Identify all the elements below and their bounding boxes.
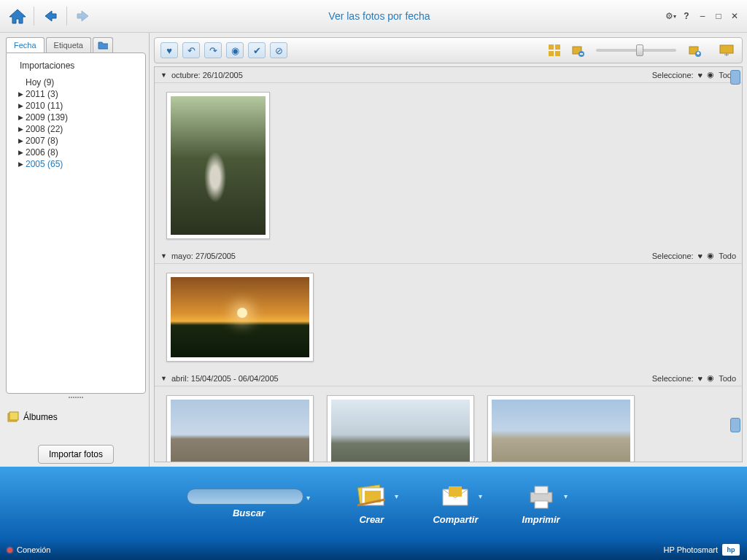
reject-button[interactable]: ⊘ xyxy=(270,42,287,58)
redo-icon: ↷ xyxy=(209,45,217,56)
action-bar: ▾ Buscar Crear ▾ Compartir ▾ Imprimir ▾ xyxy=(0,467,747,540)
tag-small-icon[interactable]: ◉ xyxy=(707,373,714,383)
tree-item-label: 2007 (8) xyxy=(26,136,58,146)
collapse-icon[interactable]: ▼ xyxy=(160,375,167,382)
question-icon: ? xyxy=(684,11,689,21)
sidebar-tabs: Fecha Etiqueta xyxy=(6,37,146,52)
zoom-out-button[interactable] xyxy=(568,42,587,58)
tab-fecha[interactable]: Fecha xyxy=(6,37,44,52)
albums-row[interactable]: Álbumes xyxy=(6,407,146,427)
svg-rect-5 xyxy=(555,51,560,56)
photo-thumbnail[interactable] xyxy=(166,92,270,239)
tree-item[interactable]: ▶2005 (65) xyxy=(12,158,139,170)
print-label: Imprimir xyxy=(522,514,560,525)
expand-arrow-icon: ▶ xyxy=(18,160,26,168)
printer-icon xyxy=(524,482,559,511)
separator xyxy=(66,7,67,26)
home-button[interactable] xyxy=(6,4,29,28)
heart-icon[interactable]: ♥ xyxy=(698,252,703,260)
forward-button[interactable] xyxy=(71,4,95,28)
tree-item[interactable]: ▶2010 (11) xyxy=(12,100,139,112)
tag-small-icon[interactable]: ◉ xyxy=(707,251,714,260)
chevron-down-icon[interactable]: ▾ xyxy=(479,492,482,500)
tree-item-label: 2010 (11) xyxy=(26,101,63,111)
maximize-button[interactable]: □ xyxy=(712,9,725,23)
tag-small-icon[interactable]: ◉ xyxy=(707,70,714,79)
create-icon xyxy=(354,482,389,511)
chevron-down-icon[interactable]: ▾ xyxy=(306,494,310,502)
tree-header: Importaciones xyxy=(12,61,139,71)
tree-item-label: Hoy (9) xyxy=(26,77,54,88)
photo-thumbnail[interactable] xyxy=(327,395,474,462)
group-header: ▼ mayo: 27/05/2005 Seleccione: ♥ ◉ Todo xyxy=(155,248,742,264)
heart-icon[interactable]: ♥ xyxy=(698,374,703,383)
collapse-icon[interactable]: ▼ xyxy=(160,71,167,79)
zoom-in-button[interactable] xyxy=(685,42,704,58)
photo-image xyxy=(171,96,266,235)
maximize-icon: □ xyxy=(716,11,721,21)
thumbnail-row xyxy=(155,83,742,248)
hp-logo-icon: hp xyxy=(722,544,740,556)
tree-item[interactable]: ▶2008 (22) xyxy=(12,123,139,135)
group-header: ▼ octubre: 26/10/2005 Seleccione: ♥ ◉ To… xyxy=(155,67,742,83)
chevron-down-icon[interactable]: ▾ xyxy=(564,492,568,500)
tree-item[interactable]: ▶2009 (139) xyxy=(12,112,139,123)
import-photos-button[interactable]: Importar fotos xyxy=(38,445,114,464)
favorite-button[interactable]: ♥ xyxy=(160,42,178,58)
heart-icon: ♥ xyxy=(166,45,172,56)
thumbnail-row xyxy=(155,264,742,370)
print-button[interactable]: Imprimir ▾ xyxy=(522,482,560,525)
photo-thumbnail[interactable] xyxy=(487,395,635,462)
expand-arrow-icon: ▶ xyxy=(18,102,26,109)
photo-thumbnail[interactable] xyxy=(166,273,314,362)
close-button[interactable]: ✕ xyxy=(728,9,741,23)
slideshow-button[interactable] xyxy=(717,42,736,58)
select-label: Seleccione: xyxy=(652,71,694,79)
expand-arrow-icon: ▶ xyxy=(18,149,26,156)
window-controls: ⚙▾ ? – □ ✕ xyxy=(664,9,741,23)
minimize-button[interactable]: – xyxy=(696,9,709,23)
heart-icon[interactable]: ♥ xyxy=(698,71,703,79)
nav-buttons xyxy=(6,4,95,28)
settings-button[interactable]: ⚙▾ xyxy=(664,9,677,23)
share-button[interactable]: Compartir ▾ xyxy=(433,482,478,525)
expand-arrow-icon: ▶ xyxy=(18,114,26,121)
tree-item[interactable]: Hoy (9) xyxy=(12,77,139,88)
slider-thumb[interactable] xyxy=(636,44,643,56)
svg-rect-15 xyxy=(449,486,462,497)
tree-item[interactable]: ▶2006 (8) xyxy=(12,147,139,158)
scroll-track[interactable] xyxy=(730,67,740,462)
resize-handle[interactable] xyxy=(35,397,117,401)
rotate-right-button[interactable]: ↷ xyxy=(204,42,222,58)
tree-item[interactable]: ▶2011 (3) xyxy=(12,88,139,100)
back-button[interactable] xyxy=(39,4,62,28)
scroll-marker[interactable] xyxy=(730,70,740,85)
share-label: Compartir xyxy=(433,514,478,525)
collapse-icon[interactable]: ▼ xyxy=(160,252,167,260)
status-bar: Conexión HP Photosmart hp xyxy=(0,540,747,560)
chevron-down-icon[interactable]: ▾ xyxy=(395,492,398,500)
tab-folder[interactable] xyxy=(93,37,113,52)
zoom-slider[interactable] xyxy=(596,49,676,52)
tree-item[interactable]: ▶2007 (8) xyxy=(12,135,139,147)
svg-rect-11 xyxy=(720,45,733,53)
scroll-marker[interactable] xyxy=(730,418,740,432)
folder-icon xyxy=(98,41,108,50)
zoom-in-icon xyxy=(688,44,701,57)
rotate-left-button[interactable]: ↶ xyxy=(182,42,200,58)
title-bar: Ver las fotos por fecha ⚙▾ ? – □ ✕ xyxy=(0,0,747,33)
grid-view-button[interactable] xyxy=(545,42,564,58)
expand-arrow-icon: ▶ xyxy=(18,125,26,133)
tab-etiqueta[interactable]: Etiqueta xyxy=(46,37,91,52)
create-button[interactable]: Crear ▾ xyxy=(354,482,389,525)
arrow-left-icon xyxy=(42,9,59,23)
brand: HP Photosmart hp xyxy=(664,544,740,556)
photo-thumbnail[interactable] xyxy=(166,395,314,462)
search-label: Buscar xyxy=(233,508,265,518)
approve-button[interactable]: ✔ xyxy=(248,42,266,58)
tag-button[interactable]: ◉ xyxy=(226,42,244,58)
help-button[interactable]: ? xyxy=(680,9,693,23)
create-label: Crear xyxy=(359,514,384,525)
share-icon xyxy=(438,482,473,511)
search-input[interactable] xyxy=(187,489,303,505)
